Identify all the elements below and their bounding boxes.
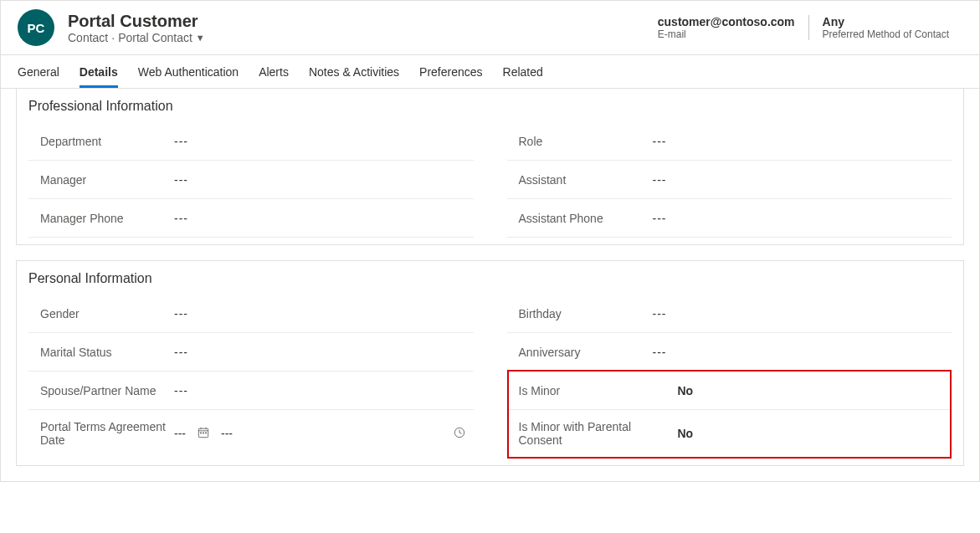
- field-label: Anniversary: [519, 346, 653, 359]
- form-name: Portal Contact: [118, 31, 192, 44]
- tab-details[interactable]: Details: [80, 55, 118, 88]
- field-department[interactable]: Department ---: [28, 122, 474, 161]
- field-label: Is Minor with Parental Consent: [519, 420, 678, 447]
- field-gender[interactable]: Gender ---: [28, 295, 474, 333]
- date-value: ---: [174, 427, 186, 440]
- header-contact-method-value: Any: [823, 15, 949, 28]
- section-personal-information: Personal Information Gender --- Marital …: [16, 260, 964, 466]
- tab-web-authentication[interactable]: Web Authentication: [138, 55, 239, 88]
- field-value: ---: [653, 212, 952, 225]
- field-manager[interactable]: Manager ---: [28, 161, 474, 199]
- field-assistant-phone[interactable]: Assistant Phone ---: [507, 199, 952, 238]
- highlighted-minor-fields: Is Minor No Is Minor with Parental Conse…: [507, 370, 952, 459]
- field-label: Manager: [40, 173, 174, 187]
- field-label: Portal Terms Agreement Date: [40, 420, 174, 447]
- field-manager-phone[interactable]: Manager Phone ---: [28, 199, 474, 238]
- tab-preferences[interactable]: Preferences: [419, 55, 482, 88]
- chevron-down-icon[interactable]: ▼: [196, 33, 205, 43]
- avatar: PC: [18, 9, 54, 46]
- field-value: ---: [174, 384, 474, 397]
- field-label: Spouse/Partner Name: [40, 384, 174, 397]
- tab-general[interactable]: General: [18, 55, 59, 88]
- header-email-value: customer@contoso.com: [658, 15, 795, 28]
- field-label: Role: [519, 135, 653, 148]
- field-portal-terms-agreement-date[interactable]: Portal Terms Agreement Date --- ---: [28, 410, 474, 457]
- record-title: Portal Customer: [68, 11, 644, 31]
- field-value: ---: [174, 212, 474, 225]
- header-field-contact-method[interactable]: Any Preferred Method of Contact: [808, 15, 962, 40]
- time-value: ---: [221, 427, 233, 440]
- field-role[interactable]: Role ---: [507, 122, 952, 161]
- entity-type: Contact: [68, 31, 108, 44]
- field-value: No: [678, 384, 951, 397]
- tab-notes-activities[interactable]: Notes & Activities: [309, 55, 399, 88]
- field-value: ---: [174, 346, 474, 359]
- field-value: ---: [653, 135, 952, 148]
- field-birthday[interactable]: Birthday ---: [507, 295, 952, 333]
- svg-rect-6: [205, 432, 207, 433]
- field-label: Manager Phone: [40, 212, 174, 225]
- clock-icon[interactable]: [454, 427, 465, 441]
- record-header: PC Portal Customer Contact · Portal Cont…: [1, 1, 979, 55]
- field-assistant[interactable]: Assistant ---: [507, 161, 952, 199]
- field-label: Assistant: [519, 173, 653, 187]
- field-is-minor-with-parental-consent[interactable]: Is Minor with Parental Consent No: [509, 410, 951, 457]
- field-value: No: [678, 427, 951, 440]
- section-title: Professional Information: [28, 99, 952, 114]
- field-label: Birthday: [519, 307, 653, 320]
- field-marital-status[interactable]: Marital Status ---: [28, 333, 474, 372]
- tab-related[interactable]: Related: [503, 55, 543, 88]
- field-value: ---: [653, 173, 952, 187]
- avatar-initials: PC: [28, 21, 45, 35]
- field-is-minor[interactable]: Is Minor No: [509, 372, 951, 410]
- field-value: ---: [174, 307, 474, 320]
- field-label: Marital Status: [40, 346, 174, 359]
- section-professional-information: Professional Information Department --- …: [16, 89, 964, 245]
- field-value: ---: [174, 173, 474, 187]
- header-field-email[interactable]: customer@contoso.com E-mail: [644, 15, 808, 40]
- header-email-label: E-mail: [658, 28, 795, 40]
- subtitle-separator: ·: [111, 31, 115, 44]
- field-spouse-partner-name[interactable]: Spouse/Partner Name ---: [28, 372, 474, 410]
- field-label: Assistant Phone: [519, 212, 653, 225]
- tab-alerts[interactable]: Alerts: [259, 55, 289, 88]
- field-label: Department: [40, 135, 174, 148]
- field-value: ---: [174, 135, 474, 148]
- form-tabs: General Details Web Authentication Alert…: [1, 55, 979, 89]
- field-label: Is Minor: [519, 384, 678, 397]
- field-value: ---: [653, 346, 952, 359]
- field-anniversary[interactable]: Anniversary ---: [507, 333, 952, 372]
- calendar-icon[interactable]: [198, 427, 209, 441]
- svg-rect-4: [200, 432, 202, 433]
- field-value: ---: [653, 307, 952, 320]
- svg-rect-5: [203, 432, 204, 433]
- header-contact-method-label: Preferred Method of Contact: [823, 28, 949, 40]
- section-title: Personal Information: [28, 271, 952, 286]
- field-label: Gender: [40, 307, 174, 320]
- record-subtitle[interactable]: Contact · Portal Contact ▼: [68, 31, 644, 44]
